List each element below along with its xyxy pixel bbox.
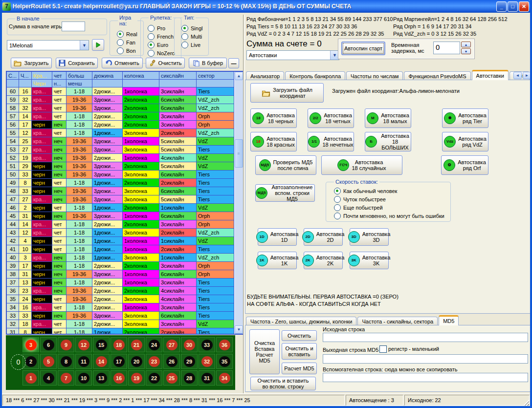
bet-button-автоставка-2k[interactable]: 2KАвтоставка 2K xyxy=(304,252,343,269)
bet-button-автоставка-1k[interactable]: 1KАвтоставка 1K xyxy=(258,252,297,269)
bet-button-автоставка-18-черных[interactable]: 18Автоставка 18 черных xyxy=(250,108,297,128)
md5-clear-paste-calc-button[interactable]: Очистка Вставка Расчет MD5 xyxy=(249,329,280,374)
column-header[interactable]: колонка xyxy=(123,72,159,80)
board-number-20[interactable]: 20 xyxy=(128,354,145,369)
board-number-7[interactable]: 7 xyxy=(58,370,74,386)
tab-md5[interactable]: MD5 xyxy=(439,315,459,325)
board-number-6[interactable]: 6 xyxy=(40,337,57,352)
bet-button-автозаполнение-вспом-строки-мд5[interactable]: МД5Автозаполнение вспом. строки МД5 xyxy=(255,184,315,202)
tab-scroll-left-icon[interactable]: ◄ xyxy=(513,72,522,79)
board-number-21[interactable]: 21 xyxy=(128,337,145,352)
column-header[interactable] xyxy=(19,80,32,87)
board-number-16[interactable]: 16 xyxy=(111,370,127,386)
column-header[interactable]: сикслайн xyxy=(159,72,197,80)
chevron-down-icon[interactable]: ▼ xyxy=(80,41,89,50)
bet-button-автоставка-3d[interactable]: 3DАвтоставка 3D xyxy=(350,228,389,246)
scroll-up-icon[interactable]: ▲ xyxy=(235,72,243,80)
md5-clear-button[interactable]: Очистить xyxy=(282,330,317,341)
speed-radio-2[interactable]: Еще побыстрей xyxy=(334,204,444,211)
autobet-combobox[interactable]: Автоставки ▼ xyxy=(246,50,339,60)
radio-fan[interactable]: Fan xyxy=(117,39,137,46)
column-header[interactable]: чет xyxy=(52,72,66,80)
register-checkbox[interactable] xyxy=(379,345,387,353)
column-header[interactable] xyxy=(92,80,123,87)
radio-singl[interactable]: Singl xyxy=(181,25,202,32)
bet-button-автоставка-18-случайных[interactable]: ГСЧАвтоставка 18 случайных xyxy=(321,155,402,175)
tab-частота-zero-шансы-дюжины-колонки[interactable]: Частота - Zero, шансы, дюжины, колонки xyxy=(246,317,356,325)
board-number-33[interactable]: 33 xyxy=(199,337,215,352)
start-sum-input[interactable] xyxy=(62,21,85,31)
spinner-down-icon[interactable]: ▼ xyxy=(461,48,471,54)
radio-real[interactable]: Real xyxy=(117,31,137,38)
board-number-36[interactable]: 36 xyxy=(216,337,233,352)
column-header[interactable]: дюжина xyxy=(92,72,123,80)
board-number-19[interactable]: 19 xyxy=(128,370,145,386)
load-coords-button[interactable]: Загрузить файл координат xyxy=(250,83,324,103)
board-number-17[interactable]: 17 xyxy=(111,354,127,369)
board-number-15[interactable]: 15 xyxy=(93,337,110,352)
md5-output-input[interactable] xyxy=(323,354,528,364)
md5-calc-button[interactable]: Расчет MD5 xyxy=(282,363,317,374)
radio-nozero[interactable]: NoZero xyxy=(148,50,175,57)
column-header[interactable]: больш xyxy=(66,72,92,80)
bet-button-автоставка-18-нечетных[interactable]: 1/1Автоставка 18 нечетных xyxy=(308,132,354,151)
maximize-button[interactable]: □ xyxy=(508,1,518,12)
tab-scroll-right-icon[interactable]: ► xyxy=(523,72,531,79)
bet-button-автоставка-1d[interactable]: 1DАвтоставка 1D xyxy=(258,228,297,246)
delay-spinner[interactable]: 0 ▲ ▼ xyxy=(433,42,471,54)
board-number-1[interactable]: 1 xyxy=(22,370,39,386)
radio-live[interactable]: Live xyxy=(181,42,202,48)
column-header[interactable]: менш xyxy=(66,80,92,87)
column-header[interactable]: Черн xyxy=(32,80,52,87)
board-number-31[interactable]: 31 xyxy=(199,370,215,386)
toolbar-floppy-button[interactable]: Сохранить xyxy=(56,58,98,68)
tab-частоты-по-числам[interactable]: Частоты по числам xyxy=(346,71,403,80)
board-number-10[interactable]: 10 xyxy=(75,370,92,386)
tab-функционал-psevdoms[interactable]: Функционал PsevdoMS xyxy=(404,71,470,80)
spinner-up-icon[interactable]: ▲ xyxy=(461,42,471,47)
bet-button-автоставка-ряд-tier[interactable]: ✺Автоставка ряд Tier xyxy=(442,108,488,128)
speed-radio-1[interactable]: Чуток побыстрее xyxy=(334,196,444,203)
board-number-24[interactable]: 24 xyxy=(146,337,162,352)
column-header[interactable]: Кра... xyxy=(32,72,52,80)
minimize-button[interactable]: _ xyxy=(496,1,507,12)
chevron-down-icon[interactable]: ▼ xyxy=(330,51,339,60)
board-number-0[interactable]: 0 xyxy=(11,354,26,370)
board-number-3[interactable]: 3 xyxy=(22,337,39,352)
board-number-11[interactable]: 11 xyxy=(75,354,92,369)
bet-button-проверить-мд5-после-спина[interactable]: МД5Проверить МД5 после спина xyxy=(255,155,316,175)
board-number-9[interactable]: 9 xyxy=(58,337,74,352)
play-button[interactable] xyxy=(92,39,104,51)
collapse-button[interactable]: — xyxy=(228,58,239,68)
tab-контроль-банкролла[interactable]: Контроль банкролла xyxy=(285,71,345,80)
column-header[interactable] xyxy=(159,80,197,87)
tab-анализатор[interactable]: Анализатор xyxy=(246,71,284,80)
bet-button-автоставка-ряд-orf[interactable]: ❂Автоставка ряд Orf xyxy=(441,155,488,175)
toolbar-folder-button[interactable]: Загрузить xyxy=(11,58,52,68)
bet-button-автоставка-18-четных[interactable]: 2/2Автоставка 18 четных xyxy=(308,108,354,128)
board-number-32[interactable]: 32 xyxy=(199,354,215,369)
radio-euro[interactable]: Euro xyxy=(148,42,175,48)
board-number-35[interactable]: 35 xyxy=(216,354,233,369)
board-number-4[interactable]: 4 xyxy=(40,370,57,386)
delay-value[interactable]: 0 xyxy=(433,42,460,54)
tab-автоставки[interactable]: Автоставки xyxy=(472,70,509,80)
md5-clear-and-paste-button[interactable]: Очистить и вставить xyxy=(282,343,317,360)
column-header[interactable]: Ч... xyxy=(19,72,32,80)
md5-aux-input[interactable] xyxy=(323,373,528,382)
toolbar-copy-button[interactable]: В буфер xyxy=(189,58,227,68)
speed-radio-3[interactable]: Почти мгновенно, но могут быть ошибки xyxy=(334,213,444,219)
board-number-8[interactable]: 8 xyxy=(58,354,74,369)
board-number-23[interactable]: 23 xyxy=(146,354,162,369)
radio-multi[interactable]: Multi xyxy=(181,33,202,40)
column-header[interactable]: С... xyxy=(7,72,19,80)
column-header[interactable] xyxy=(123,80,159,87)
board-number-28[interactable]: 28 xyxy=(181,370,198,386)
board-number-34[interactable]: 34 xyxy=(216,370,233,386)
board-number-5[interactable]: 5 xyxy=(40,354,57,369)
column-header[interactable]: сектор xyxy=(197,72,234,80)
bet-button-автоставка-ряд-vdz[interactable]: VdzАвтоставка ряд VdZ xyxy=(442,132,488,151)
bet-button-автоставка-18-малых[interactable]: MАвтоставка 18 малых xyxy=(365,108,411,128)
board-number-30[interactable]: 30 xyxy=(181,337,198,352)
scrollbar-thumb[interactable]: ≡ xyxy=(235,139,243,168)
